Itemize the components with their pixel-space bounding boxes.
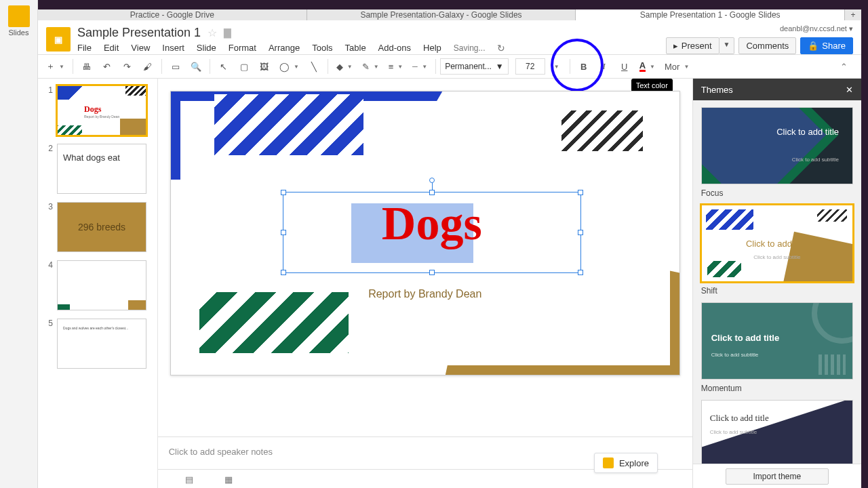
slides-app-icon[interactable] (8, 5, 30, 27)
explore-icon (603, 458, 614, 468)
theme-preview[interactable]: Click to add title Click to add subtitle (701, 400, 853, 464)
textbox-tool-icon[interactable]: ▢ (235, 57, 254, 76)
italic-button[interactable]: I (595, 57, 614, 76)
account-email[interactable]: deanbl@nv.ccsd.net ▾ (780, 24, 853, 33)
theme-placeholder: Click to add title (710, 413, 769, 424)
browser-tab[interactable]: Practice - Google Drive (38, 9, 307, 20)
line-color-icon[interactable]: ✎▼ (358, 57, 383, 76)
thumb-row: 1 Dogs Report by Brandy Dean (38, 84, 157, 142)
print-icon[interactable]: 🖶 (77, 57, 96, 76)
resize-handle[interactable] (281, 190, 286, 195)
menu-addons[interactable]: Add-ons (378, 43, 411, 53)
menu-arrange[interactable]: Arrange (269, 43, 300, 53)
theme-card[interactable]: Click to add title Click to add subtitle… (701, 302, 853, 393)
font-family-select[interactable]: Permanent...▼ (440, 58, 509, 75)
slide-thumbnail[interactable]: Dogs Report by Brandy Dean (57, 85, 146, 136)
rotate-handle[interactable] (429, 178, 435, 183)
present-button[interactable]: ▸ Present (666, 37, 719, 54)
browser-tabstrip: Practice - Google Drive Sample Presentat… (38, 9, 861, 20)
saving-status: Saving... (454, 43, 486, 53)
line-tool-icon[interactable]: ╲ (304, 57, 323, 76)
image-tool-icon[interactable]: 🖼 (255, 57, 274, 76)
slide-thumbnail[interactable] (57, 260, 146, 310)
document-title-row: Sample Presentation 1 ☆ ▇ (77, 26, 659, 40)
theme-preview[interactable]: Click to add title Click to add subtitle (701, 302, 853, 380)
menu-edit[interactable]: Edit (104, 43, 119, 53)
menu-slide[interactable]: Slide (197, 43, 216, 53)
line-weight-icon[interactable]: ≡▼ (384, 57, 408, 76)
grid-view-icon[interactable]: ▦ (224, 474, 237, 484)
slide-thumbnail[interactable]: 296 breeds (57, 202, 146, 252)
fill-color-icon[interactable]: ◆▼ (332, 57, 357, 76)
present-dropdown[interactable]: ▼ (719, 37, 735, 54)
share-button[interactable]: 🔒 Share (800, 37, 853, 54)
title-textbox[interactable]: Dogs (283, 192, 581, 273)
menu-file[interactable]: File (77, 43, 92, 53)
theme-card[interactable]: Click to add title Click to add subtitle (701, 400, 853, 464)
slide-thumbnail[interactable]: What dogs eat (57, 144, 146, 194)
theme-sub: Click to add subtitle (710, 429, 757, 435)
resize-handle[interactable] (578, 190, 583, 195)
folder-icon[interactable]: ▇ (224, 27, 231, 38)
themes-title: Themes (701, 85, 733, 95)
shape-tool-icon[interactable]: ◯▼ (275, 57, 303, 76)
underline-button[interactable]: U (615, 57, 634, 76)
menu-table[interactable]: Table (345, 43, 366, 53)
import-theme-button[interactable]: Import theme (726, 468, 829, 485)
menu-tools[interactable]: Tools (312, 43, 332, 53)
menu-insert[interactable]: Insert (162, 43, 184, 53)
slide-thumbnail[interactable]: Dogs and wolves are each other's closest… (57, 319, 146, 369)
document-title[interactable]: Sample Presentation 1 (77, 26, 201, 40)
text-color-button[interactable]: A▼ Text color (635, 57, 659, 76)
thumb-subtitle: Report by Brandy Dean (84, 115, 119, 119)
subtitle-text[interactable]: Report by Brandy Dean (171, 288, 679, 300)
menu-view[interactable]: View (131, 43, 150, 53)
thumb-text: Dogs and wolves are each other's closest… (63, 326, 128, 330)
zoom-fit-icon[interactable]: ▭ (166, 57, 185, 76)
menu-format[interactable]: Format (229, 43, 256, 53)
theme-card[interactable]: Click to add title Click to add subtitle… (701, 107, 853, 198)
new-slide-button[interactable]: ＋▼ (42, 57, 68, 76)
browser-tab[interactable]: Sample Presentation-Galaxy - Google Slid… (307, 9, 576, 20)
canvas-area[interactable]: Dogs Report by Brandy Dean (158, 79, 692, 436)
menu-help[interactable]: Help (423, 43, 441, 53)
themes-list[interactable]: Click to add title Click to add subtitle… (693, 100, 861, 464)
paint-format-icon[interactable]: 🖌 (138, 57, 157, 76)
slides-logo-icon[interactable]: ▣ (46, 27, 71, 52)
menu-bar: File Edit View Insert Slide Format Arran… (77, 43, 659, 54)
bold-button[interactable]: B (574, 57, 593, 76)
line-dash-icon[interactable]: ┄▼ (408, 57, 431, 76)
theme-card[interactable]: Click to add title Click to add subtitle… (701, 205, 853, 296)
explore-button[interactable]: Explore (594, 453, 658, 473)
undo-icon[interactable]: ↶ (98, 57, 117, 76)
theme-preview[interactable]: Click to add title Click to add subtitle (701, 205, 853, 282)
select-tool-icon[interactable]: ↖ (214, 57, 233, 76)
redo-icon[interactable]: ↷ (118, 57, 137, 76)
resize-handle[interactable] (281, 270, 286, 275)
explore-label: Explore (619, 458, 649, 468)
star-icon[interactable]: ☆ (208, 26, 217, 39)
collapse-toolbar-icon[interactable]: ⌃ (834, 57, 853, 76)
history-icon[interactable]: ↻ (497, 43, 505, 54)
resize-handle[interactable] (429, 190, 435, 195)
theme-name: Shift (701, 286, 853, 296)
theme-preview[interactable]: Click to add title Click to add subtitle (701, 107, 853, 184)
comments-button[interactable]: Comments (738, 37, 796, 54)
resize-handle[interactable] (429, 270, 435, 275)
theme-sub: Click to add subtitle (753, 254, 800, 260)
font-size-input[interactable]: 72 (515, 58, 545, 75)
filmstrip-view-icon[interactable]: ▤ (185, 474, 197, 484)
more-button[interactable]: Mor▼ (660, 57, 693, 76)
title-text[interactable]: Dogs (283, 197, 580, 251)
themes-header: Themes ✕ (693, 79, 861, 100)
thumb-number: 3 (43, 202, 53, 211)
slide-panel[interactable]: 1 Dogs Report by Brandy Dean 2 What dogs… (38, 79, 158, 488)
new-tab-button[interactable]: + (845, 9, 861, 20)
close-icon[interactable]: ✕ (846, 85, 853, 95)
zoom-icon[interactable]: 🔍 (186, 57, 205, 76)
slides-app-label: Slides (0, 28, 37, 37)
font-size-dropdown[interactable]: ▼ (547, 57, 566, 76)
resize-handle[interactable] (578, 270, 583, 275)
browser-tab[interactable]: Sample Presentation 1 - Google Slides (576, 9, 845, 20)
slide-canvas[interactable]: Dogs Report by Brandy Dean (170, 91, 680, 375)
